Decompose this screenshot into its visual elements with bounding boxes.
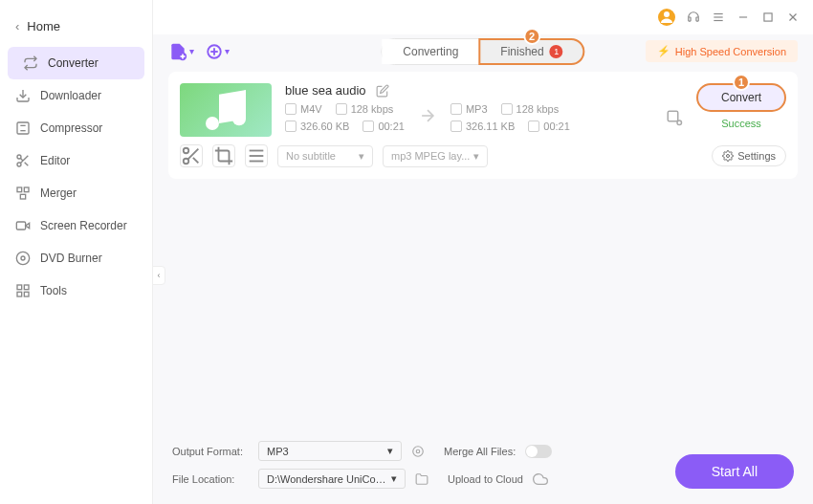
- svg-line-44: [193, 158, 199, 164]
- badge-count: 1: [550, 45, 563, 58]
- trim-icon[interactable]: [180, 144, 203, 167]
- svg-line-7: [25, 163, 29, 166]
- merge-label: Merge All Files:: [444, 446, 516, 457]
- location-select[interactable]: D:\Wondershare UniConverter 1▾: [258, 469, 406, 489]
- add-url-button[interactable]: ▾: [206, 43, 230, 60]
- svg-point-40: [677, 121, 682, 125]
- svg-rect-19: [17, 292, 22, 296]
- nav-recorder[interactable]: Screen Recorder: [0, 209, 152, 242]
- settings-button[interactable]: Settings: [712, 145, 786, 166]
- dst-format: MP3: [450, 103, 488, 115]
- crop-icon[interactable]: [212, 144, 235, 167]
- tab-converting[interactable]: Converting: [382, 39, 479, 64]
- settings-label: Settings: [737, 150, 776, 162]
- chevron-left-icon: ‹: [15, 19, 19, 33]
- close-icon[interactable]: [786, 11, 800, 24]
- audio-select[interactable]: mp3 MPEG lay...▾: [383, 145, 488, 167]
- menu-icon[interactable]: [712, 11, 725, 24]
- titlebar: [153, 0, 813, 34]
- home-link[interactable]: ‹ Home: [0, 11, 152, 41]
- output-format-select[interactable]: MP3▾: [258, 441, 402, 461]
- nav-downloader[interactable]: Downloader: [0, 79, 152, 112]
- svg-rect-11: [20, 194, 25, 199]
- arrow-right-icon: [418, 106, 437, 129]
- preset-icon[interactable]: [666, 109, 683, 126]
- chevron-down-icon: ▾: [473, 150, 479, 163]
- svg-point-50: [413, 446, 424, 456]
- start-all-button[interactable]: Start All: [675, 454, 794, 489]
- download-icon: [15, 88, 31, 103]
- home-label: Home: [27, 19, 60, 33]
- location-label: File Location:: [172, 473, 249, 485]
- src-bitrate: 128 kbps: [336, 103, 394, 115]
- convert-button[interactable]: Convert 1: [696, 83, 786, 112]
- folder-icon[interactable]: [415, 472, 428, 486]
- nav-editor[interactable]: Editor: [0, 144, 152, 177]
- compress-icon: [15, 121, 31, 136]
- nav-dvd[interactable]: DVD Burner: [0, 242, 152, 274]
- nav-label: Editor: [40, 154, 70, 167]
- folder-icon: [450, 121, 462, 132]
- collapse-sidebar[interactable]: ‹: [152, 266, 165, 285]
- disc-icon: [15, 251, 31, 266]
- add-file-button[interactable]: ▾: [168, 42, 194, 61]
- cloud-label: Upload to Cloud: [448, 473, 523, 485]
- merge-icon: [15, 186, 31, 201]
- location-value: D:\Wondershare UniConverter 1: [267, 473, 391, 485]
- svg-rect-39: [668, 111, 678, 121]
- svg-point-36: [206, 117, 219, 130]
- cloud-icon[interactable]: [533, 471, 548, 487]
- src-format: M4V: [285, 103, 322, 115]
- maximize-icon[interactable]: [761, 11, 775, 24]
- svg-rect-1: [17, 122, 29, 134]
- svg-point-48: [727, 155, 730, 158]
- toolbar: ▾ ▾ Converting Finished 1 2 ⚡High Speed …: [168, 34, 798, 72]
- file-card: blue sea audio M4V 128 kbps 326.60 KB 00…: [168, 72, 798, 179]
- gear-icon[interactable]: [411, 445, 425, 458]
- hsc-label: High Speed Conversion: [675, 46, 786, 57]
- svg-point-41: [184, 148, 189, 154]
- merge-toggle[interactable]: [525, 445, 552, 458]
- nav-merger[interactable]: Merger: [0, 177, 152, 209]
- dst-bitrate: 128 kbps: [501, 103, 560, 115]
- headset-icon[interactable]: [687, 11, 700, 24]
- nav-label: Screen Recorder: [40, 219, 127, 232]
- nav-compressor[interactable]: Compressor: [0, 112, 152, 144]
- svg-point-15: [21, 256, 25, 260]
- svg-rect-9: [17, 187, 22, 192]
- output-format-label: Output Format:: [172, 446, 249, 457]
- chevron-down-icon: ▾: [391, 472, 397, 485]
- svg-point-4: [17, 155, 21, 159]
- clock-icon: [363, 121, 374, 132]
- tab-label: Finished: [500, 45, 543, 58]
- sidebar: ‹ Home Converter Downloader Compressor E…: [0, 0, 153, 504]
- audio-label: mp3 MPEG lay...: [391, 150, 470, 162]
- minimize-icon[interactable]: [736, 11, 750, 24]
- src-duration: 00:21: [363, 121, 405, 132]
- svg-rect-27: [764, 13, 772, 21]
- src-size: 326.60 KB: [285, 121, 349, 132]
- nav-label: Converter: [48, 56, 99, 70]
- high-speed-badge[interactable]: ⚡High Speed Conversion: [646, 40, 798, 62]
- nav-converter[interactable]: Converter: [8, 47, 144, 79]
- video-icon: [450, 103, 462, 115]
- svg-rect-12: [16, 222, 25, 230]
- file-title: blue sea audio: [285, 83, 366, 98]
- svg-point-20: [664, 11, 670, 17]
- effect-icon[interactable]: [245, 144, 268, 167]
- nav-tools[interactable]: Tools: [0, 274, 152, 307]
- output-format-value: MP3: [267, 446, 289, 457]
- content: ▾ ▾ Converting Finished 1 2 ⚡High Speed …: [153, 34, 813, 504]
- status-label: Success: [721, 118, 761, 129]
- chevron-down-icon: ▾: [359, 150, 364, 163]
- tab-finished[interactable]: Finished 1 2: [479, 39, 583, 64]
- convert-label: Convert: [721, 91, 761, 104]
- grid-icon: [15, 283, 31, 298]
- svg-line-8: [20, 158, 23, 161]
- user-avatar[interactable]: [658, 9, 675, 26]
- edit-icon[interactable]: [376, 84, 389, 98]
- tab-label: Converting: [403, 45, 458, 58]
- nav: Converter Downloader Compressor Editor M…: [0, 47, 152, 307]
- svg-point-5: [17, 163, 21, 166]
- subtitle-select[interactable]: No subtitle▾: [277, 145, 373, 167]
